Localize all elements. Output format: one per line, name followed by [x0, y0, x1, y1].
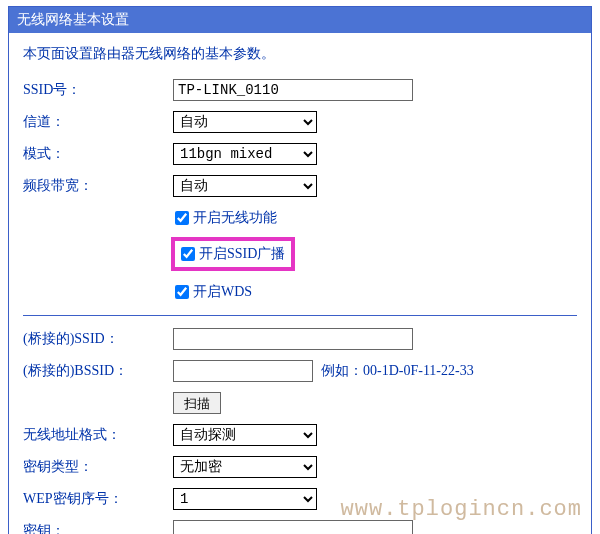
channel-label: 信道：	[23, 113, 173, 131]
enable-ssid-broadcast-label: 开启SSID广播	[199, 245, 285, 263]
highlight-box: 开启SSID广播	[171, 237, 295, 271]
enable-wds-label: 开启WDS	[193, 283, 252, 301]
enable-wds-checkbox[interactable]	[175, 285, 189, 299]
mode-select[interactable]: 11bgn mixed	[173, 143, 317, 165]
wep-index-select[interactable]: 1	[173, 488, 317, 510]
addr-format-select[interactable]: 自动探测	[173, 424, 317, 446]
enable-wireless-row: 开启无线功能	[23, 205, 577, 231]
ssid-input[interactable]	[173, 79, 413, 101]
bridge-bssid-input[interactable]	[173, 360, 313, 382]
scan-button[interactable]: 扫描	[173, 392, 221, 414]
mode-label: 模式：	[23, 145, 173, 163]
bandwidth-label: 频段带宽：	[23, 177, 173, 195]
bridge-ssid-row: (桥接的)SSID：	[23, 326, 577, 352]
ssid-label: SSID号：	[23, 81, 173, 99]
bridge-bssid-row: (桥接的)BSSID： 例如：00-1D-0F-11-22-33	[23, 358, 577, 384]
enable-wds-row: 开启WDS	[23, 279, 577, 305]
enable-wireless-label: 开启无线功能	[193, 209, 277, 227]
wep-index-label: WEP密钥序号：	[23, 490, 173, 508]
addr-format-label: 无线地址格式：	[23, 426, 173, 444]
bandwidth-select[interactable]: 自动	[173, 175, 317, 197]
bridge-bssid-label: (桥接的)BSSID：	[23, 362, 173, 380]
key-input[interactable]	[173, 520, 413, 534]
channel-row: 信道： 自动	[23, 109, 577, 135]
key-label: 密钥：	[23, 522, 173, 534]
panel-title: 无线网络基本设置	[9, 7, 591, 33]
mode-row: 模式： 11bgn mixed	[23, 141, 577, 167]
ssid-row: SSID号：	[23, 77, 577, 103]
bridge-ssid-input[interactable]	[173, 328, 413, 350]
channel-select[interactable]: 自动	[173, 111, 317, 133]
bandwidth-row: 频段带宽： 自动	[23, 173, 577, 199]
key-row: 密钥：	[23, 518, 577, 534]
panel-body: 本页面设置路由器无线网络的基本参数。 SSID号： 信道： 自动 模式： 11b…	[9, 33, 591, 534]
wireless-settings-panel: 无线网络基本设置 本页面设置路由器无线网络的基本参数。 SSID号： 信道： 自…	[8, 6, 592, 534]
key-type-select[interactable]: 无加密	[173, 456, 317, 478]
scan-row: 扫描	[23, 390, 577, 416]
enable-ssid-broadcast-row: 开启SSID广播	[23, 237, 577, 271]
key-type-label: 密钥类型：	[23, 458, 173, 476]
enable-ssid-broadcast-checkbox[interactable]	[181, 247, 195, 261]
enable-wireless-checkbox[interactable]	[175, 211, 189, 225]
divider-1	[23, 315, 577, 316]
page-description: 本页面设置路由器无线网络的基本参数。	[23, 45, 577, 63]
wep-index-row: WEP密钥序号： 1	[23, 486, 577, 512]
addr-format-row: 无线地址格式： 自动探测	[23, 422, 577, 448]
bssid-hint: 例如：00-1D-0F-11-22-33	[321, 362, 474, 380]
bridge-ssid-label: (桥接的)SSID：	[23, 330, 173, 348]
key-type-row: 密钥类型： 无加密	[23, 454, 577, 480]
